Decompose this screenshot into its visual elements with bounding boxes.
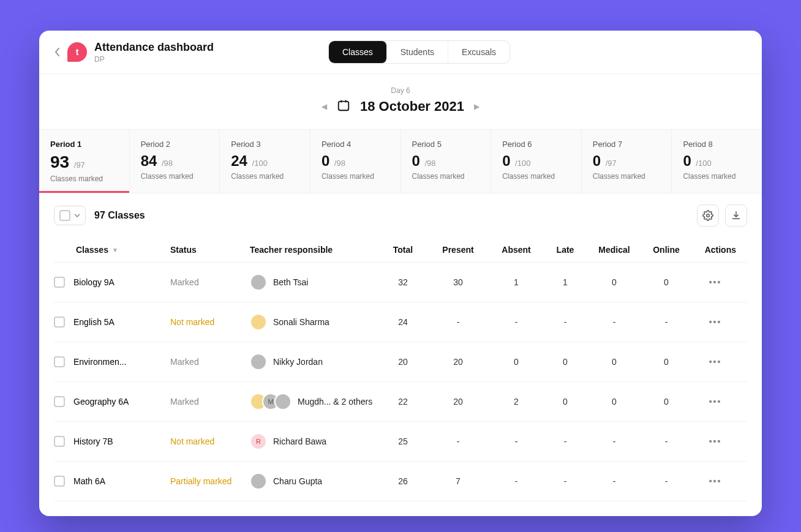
avatar (250, 473, 267, 490)
period-3[interactable]: Period 324 /100Classes marked (220, 130, 310, 193)
cell-teacher: MMugdh... & 2 others (250, 393, 378, 410)
class-name: Environmen... (73, 357, 126, 367)
toolbar-right (697, 204, 747, 227)
gear-icon (702, 210, 713, 221)
period-label: Period 6 (502, 140, 570, 149)
settings-button[interactable] (697, 204, 719, 227)
row-actions-button[interactable]: ••• (691, 436, 740, 446)
avatar (250, 353, 267, 370)
col-status[interactable]: Status (170, 245, 250, 255)
col-present[interactable]: Present (427, 245, 489, 255)
tab-classes[interactable]: Classes (329, 41, 387, 63)
col-classes[interactable]: Classes ▼ (54, 245, 170, 255)
avatar-stack: M (250, 393, 291, 410)
table-row: Math 6APartially markedCharu Gupta267---… (54, 462, 747, 501)
app-window: t Attendance dashboard DP Classes Studen… (39, 31, 762, 516)
download-icon (731, 210, 742, 221)
row-actions-button[interactable]: ••• (691, 317, 740, 327)
tab-students[interactable]: Students (387, 41, 448, 63)
cell-present: 30 (427, 277, 489, 287)
col-medical[interactable]: Medical (587, 245, 642, 255)
cell-medical: - (587, 476, 642, 486)
row-checkbox[interactable] (54, 277, 65, 288)
period-count: 0 (683, 152, 691, 170)
sort-icon: ▼ (112, 247, 118, 253)
avatar-stack (250, 473, 267, 490)
period-2[interactable]: Period 284 /98Classes marked (130, 130, 220, 193)
period-count: 84 (141, 152, 157, 170)
period-7[interactable]: Period 70 /97Classes marked (582, 130, 672, 193)
calendar-icon[interactable] (337, 99, 350, 114)
class-name: Geography 6A (73, 397, 129, 406)
col-late[interactable]: Late (544, 245, 587, 255)
cell-teacher: Sonali Sharma (250, 313, 378, 331)
cell-present: 7 (427, 476, 489, 486)
period-sub: Classes marked (412, 172, 480, 181)
date-section: Day 6 ◀ 18 October 2021 ▶ (39, 74, 762, 129)
date-next-button[interactable]: ▶ (474, 102, 479, 111)
class-name: Math 6A (73, 476, 105, 486)
periods-bar: Period 193 /97Classes markedPeriod 284 /… (39, 129, 762, 193)
cell-status: Marked (170, 357, 250, 367)
period-label: Period 7 (593, 140, 661, 149)
tab-excusals[interactable]: Excusals (448, 41, 510, 63)
cell-late: 0 (544, 357, 587, 367)
table-row: Geography 6AMarkedMMugdh... & 2 others22… (54, 382, 747, 422)
period-count: 93 (50, 152, 69, 172)
cell-teacher: RRichard Bawa (250, 433, 378, 450)
row-actions-button[interactable]: ••• (691, 357, 740, 367)
period-count: 0 (593, 152, 601, 170)
master-checkbox[interactable] (59, 210, 70, 221)
cell-status: Not marked (170, 436, 250, 446)
period-4[interactable]: Period 40 /98Classes marked (310, 130, 401, 193)
table-header: Classes ▼ Status Teacher responsible Tot… (54, 238, 747, 263)
row-checkbox[interactable] (54, 317, 65, 328)
cell-late: - (544, 436, 587, 446)
cell-teacher: Beth Tsai (250, 274, 378, 291)
col-absent[interactable]: Absent (489, 245, 544, 255)
period-sub: Classes marked (322, 172, 389, 181)
table-row: Environmen...MarkedNikky Jordan20200000•… (54, 342, 747, 382)
period-6[interactable]: Period 60 /100Classes marked (491, 130, 582, 193)
classes-table: Classes ▼ Status Teacher responsible Tot… (39, 238, 762, 516)
download-button[interactable] (725, 204, 747, 227)
period-count: 0 (412, 152, 420, 170)
period-sub: Classes marked (231, 172, 299, 181)
period-5[interactable]: Period 50 /98Classes marked (401, 130, 492, 193)
table-body: Biology 9AMarkedBeth Tsai32301100•••Engl… (54, 263, 747, 501)
col-online[interactable]: Online (642, 245, 691, 255)
back-button[interactable] (54, 47, 60, 57)
master-checkbox-dropdown[interactable] (54, 206, 86, 225)
date-prev-button[interactable]: ◀ (322, 102, 327, 111)
col-total[interactable]: Total (378, 245, 427, 255)
period-8[interactable]: Period 80 /100Classes marked (672, 130, 762, 193)
period-label: Period 5 (412, 140, 480, 149)
row-checkbox[interactable] (54, 356, 65, 367)
cell-present: - (427, 317, 489, 327)
cell-late: 1 (544, 277, 587, 287)
app-logo: t (67, 42, 87, 62)
table-row: History 7BNot markedRRichard Bawa25-----… (54, 422, 747, 462)
row-actions-button[interactable]: ••• (691, 397, 740, 406)
row-checkbox[interactable] (54, 476, 65, 487)
col-teacher[interactable]: Teacher responsible (250, 245, 378, 255)
col-actions: Actions (691, 245, 740, 255)
cell-class: Environmen... (54, 356, 170, 367)
period-total: /97 (72, 160, 85, 170)
cell-status: Partially marked (170, 476, 250, 486)
avatar-stack: R (250, 433, 267, 450)
row-checkbox[interactable] (54, 436, 65, 447)
period-total: /97 (603, 159, 617, 168)
cell-medical: - (587, 317, 642, 327)
row-actions-button[interactable]: ••• (691, 476, 740, 486)
chevron-left-icon (54, 47, 60, 57)
cell-online: 0 (642, 277, 691, 287)
cell-total: 22 (378, 397, 427, 406)
cell-absent: 2 (489, 397, 544, 406)
row-checkbox[interactable] (54, 396, 65, 407)
logo-letter: t (76, 47, 79, 57)
teacher-name: Nikky Jordan (273, 357, 323, 367)
avatar (250, 313, 267, 331)
period-1[interactable]: Period 193 /97Classes marked (39, 130, 130, 193)
row-actions-button[interactable]: ••• (691, 277, 740, 287)
